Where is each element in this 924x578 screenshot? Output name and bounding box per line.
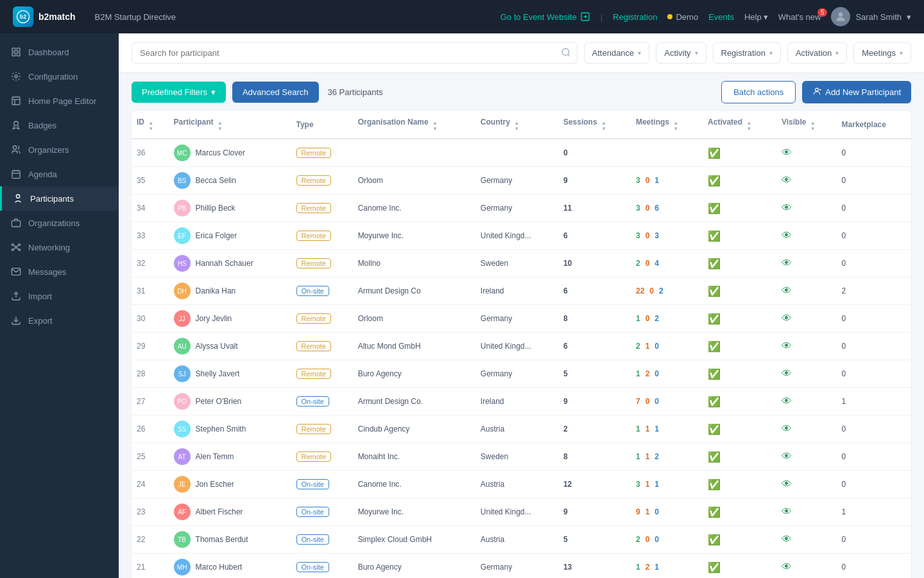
visible-eye-icon[interactable]: 👁 (782, 230, 792, 241)
sidebar-item-configuration[interactable]: Configuration (0, 64, 119, 89)
cell-visible[interactable]: 👁 (776, 250, 837, 277)
table-row[interactable]: 23 AF Albert Fischer On-site Moyurwe Inc… (132, 498, 911, 526)
cell-participant[interactable]: JE Jon Escher (169, 471, 291, 498)
cell-visible[interactable]: 👁 (776, 195, 837, 222)
add-new-participant-button[interactable]: Add New Participant (802, 81, 911, 103)
col-sessions[interactable]: Sessions ▲▼ (558, 111, 631, 139)
cell-visible[interactable]: 👁 (776, 305, 837, 333)
cell-participant[interactable]: AT Alen Temm (169, 443, 291, 471)
cell-visible[interactable]: 👁 (776, 443, 837, 471)
cell-visible[interactable]: 👁 (776, 139, 837, 167)
col-type[interactable]: Type (291, 111, 353, 139)
col-organisation[interactable]: Organisation Name ▲▼ (353, 111, 475, 139)
sidebar-item-dashboard[interactable]: Dashboard (0, 40, 119, 64)
table-row[interactable]: 33 EF Erica Folger Remote Moyurwe Inc. U… (132, 222, 911, 250)
col-id[interactable]: ID ▲▼ (132, 111, 169, 139)
sidebar-item-organizers[interactable]: Organizers (0, 137, 119, 162)
registration-dropdown[interactable]: Registration ▾ (713, 42, 781, 64)
cell-participant[interactable]: AF Albert Fischer (169, 498, 291, 526)
cell-participant[interactable]: AU Alyssa Uvalt (169, 333, 291, 360)
sidebar-item-badges[interactable]: Badges (0, 113, 119, 137)
visible-eye-icon[interactable]: 👁 (782, 340, 792, 351)
visible-eye-icon[interactable]: 👁 (782, 313, 792, 324)
batch-actions-button[interactable]: Batch actions (721, 81, 796, 103)
cell-participant[interactable]: TB Thomas Berdut (169, 526, 291, 554)
cell-participant[interactable]: EF Erica Folger (169, 222, 291, 250)
cell-visible[interactable]: 👁 (776, 167, 837, 195)
visible-eye-icon[interactable]: 👁 (782, 423, 792, 434)
cell-visible[interactable]: 👁 (776, 360, 837, 388)
sidebar-item-networking[interactable]: Networking (0, 235, 119, 259)
cell-participant[interactable]: HS Hannah Schauer (169, 250, 291, 277)
table-row[interactable]: 36 MC Marcus Clover Remote 0 ✅ 👁 0 (132, 139, 911, 167)
go-to-event-link[interactable]: Go to Event Website (501, 12, 590, 22)
activation-dropdown[interactable]: Activation ▾ (787, 42, 847, 64)
cell-participant[interactable]: SS Stephen Smith (169, 416, 291, 443)
activity-dropdown[interactable]: Activity ▾ (656, 42, 706, 64)
search-input[interactable] (132, 42, 578, 64)
table-row[interactable]: 28 SJ Shelly Javert Remote Buro Agency G… (132, 360, 911, 388)
table-row[interactable]: 29 AU Alyssa Uvalt Remote Altuc Mond Gmb… (132, 333, 911, 360)
cell-participant[interactable]: SJ Shelly Javert (169, 360, 291, 388)
table-row[interactable]: 22 TB Thomas Berdut On-site Simplex Clou… (132, 526, 911, 554)
sidebar-item-import[interactable]: Import (0, 284, 119, 308)
table-row[interactable]: 34 PB Phillip Beck Remote Canome Inc. Ge… (132, 195, 911, 222)
cell-participant[interactable]: BS Becca Selin (169, 167, 291, 195)
cell-visible[interactable]: 👁 (776, 333, 837, 360)
table-row[interactable]: 35 BS Becca Selin Remote Orloom Germany … (132, 167, 911, 195)
cell-visible[interactable]: 👁 (776, 416, 837, 443)
cell-visible[interactable]: 👁 (776, 277, 837, 305)
visible-eye-icon[interactable]: 👁 (782, 534, 792, 545)
visible-eye-icon[interactable]: 👁 (782, 285, 792, 296)
cell-visible[interactable]: 👁 (776, 554, 837, 579)
sidebar-item-participants[interactable]: Participants (0, 186, 119, 211)
attendance-dropdown[interactable]: Attendance ▾ (584, 42, 650, 64)
table-row[interactable]: 30 JJ Jory Jevlin Remote Orloom Germany … (132, 305, 911, 333)
cell-visible[interactable]: 👁 (776, 388, 837, 416)
visible-eye-icon[interactable]: 👁 (782, 561, 792, 572)
table-row[interactable]: 21 MH Marco Hubert On-site Buro Agency G… (132, 554, 911, 579)
advanced-search-button[interactable]: Advanced Search (232, 82, 319, 103)
sidebar-item-export[interactable]: Export (0, 308, 119, 333)
col-meetings[interactable]: Meetings ▲▼ (631, 111, 703, 139)
predefined-filters-button[interactable]: Predefined Filters ▾ (132, 82, 226, 103)
col-country[interactable]: Country ▲▼ (475, 111, 558, 139)
visible-eye-icon[interactable]: 👁 (782, 147, 792, 158)
demo-link[interactable]: Demo (667, 12, 698, 22)
table-row[interactable]: 31 DH Danika Han On-site Armunt Design C… (132, 277, 911, 305)
table-row[interactable]: 32 HS Hannah Schauer Remote Mollno Swede… (132, 250, 911, 277)
whats-new-link[interactable]: What's new 5 (778, 12, 821, 22)
visible-eye-icon[interactable]: 👁 (782, 396, 792, 407)
registration-link[interactable]: Registration (613, 12, 657, 22)
table-row[interactable]: 25 AT Alen Temm Remote Monaiht Inc. Swed… (132, 443, 911, 471)
meetings-dropdown[interactable]: Meetings ▾ (853, 42, 911, 64)
col-visible[interactable]: Visible ▲▼ (776, 111, 837, 139)
visible-eye-icon[interactable]: 👁 (782, 506, 792, 517)
cell-participant[interactable]: MC Marcus Clover (169, 139, 291, 167)
cell-participant[interactable]: JJ Jory Jevlin (169, 305, 291, 333)
table-row[interactable]: 26 SS Stephen Smith Remote Cindub Agency… (132, 416, 911, 443)
cell-visible[interactable]: 👁 (776, 471, 837, 498)
sidebar-item-agenda[interactable]: Agenda (0, 162, 119, 186)
visible-eye-icon[interactable]: 👁 (782, 258, 792, 268)
visible-eye-icon[interactable]: 👁 (782, 368, 792, 379)
sidebar-item-organizations[interactable]: Organizations (0, 211, 119, 235)
cell-participant[interactable]: PO Peter O'Brien (169, 388, 291, 416)
cell-visible[interactable]: 👁 (776, 498, 837, 526)
cell-participant[interactable]: DH Danika Han (169, 277, 291, 305)
cell-visible[interactable]: 👁 (776, 222, 837, 250)
cell-visible[interactable]: 👁 (776, 526, 837, 554)
table-row[interactable]: 27 PO Peter O'Brien On-site Armunt Desig… (132, 388, 911, 416)
logo-area[interactable]: b2 b2match (13, 6, 76, 27)
sidebar-item-messages[interactable]: Messages (0, 259, 119, 284)
visible-eye-icon[interactable]: 👁 (782, 451, 792, 462)
user-menu[interactable]: Sarah Smith ▾ (831, 7, 911, 26)
visible-eye-icon[interactable]: 👁 (782, 175, 792, 186)
col-activated[interactable]: Activated ▲▼ (703, 111, 776, 139)
col-marketplace[interactable]: Marketplace (837, 111, 911, 139)
cell-participant[interactable]: MH Marco Hubert (169, 554, 291, 579)
search-icon[interactable] (561, 47, 571, 59)
table-row[interactable]: 24 JE Jon Escher On-site Canome Inc. Aus… (132, 471, 911, 498)
visible-eye-icon[interactable]: 👁 (782, 478, 792, 489)
sidebar-item-home-page-editor[interactable]: Home Page Editor (0, 89, 119, 113)
